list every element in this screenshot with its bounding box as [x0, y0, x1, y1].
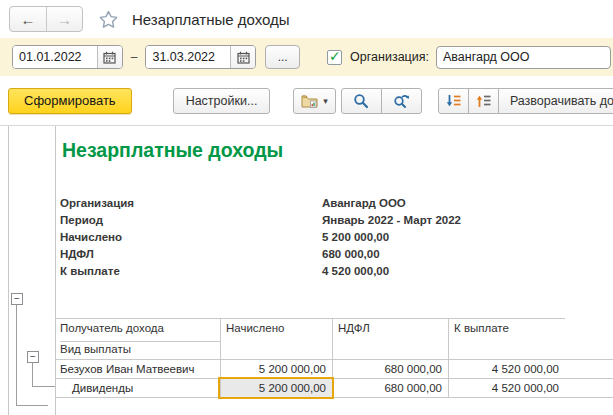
search-button-group — [341, 88, 422, 114]
forward-icon: → — [57, 11, 72, 28]
page-title: Незарплатные доходы — [132, 11, 290, 28]
cell-accrued[interactable]: 5 200 000,00 — [220, 360, 332, 378]
row-separator-extension — [565, 359, 613, 360]
tree-line — [32, 363, 33, 386]
date-to-calendar-button[interactable] — [230, 46, 255, 68]
search-next-icon — [393, 93, 410, 109]
header-cell-ndfl[interactable]: НДФЛ — [332, 319, 448, 359]
back-icon: ← — [21, 11, 36, 28]
date-from-group — [12, 45, 123, 69]
report-title: Незарплатные доходы — [62, 139, 283, 162]
period-more-button[interactable]: ... — [265, 45, 300, 69]
info-value: 680 000,00 — [322, 248, 380, 260]
info-label: Начислено — [60, 231, 322, 243]
back-button[interactable]: ← — [10, 7, 46, 31]
filter-panel: – ... ✓ Организация: — [0, 38, 613, 76]
settings-button[interactable]: Настройки... — [173, 88, 271, 114]
collapse-group-level2-icon[interactable]: − — [27, 351, 39, 363]
collapse-all-icon — [476, 94, 491, 108]
report-toolbar: Сформировать Настройки... ▾ — [0, 76, 613, 126]
star-icon — [98, 9, 119, 30]
chevron-down-icon: ▾ — [323, 96, 328, 106]
table-header-row: Получатель дохода Вид выплаты Начислено … — [55, 318, 565, 360]
info-value: Январь 2022 - Март 2022 — [322, 214, 461, 226]
calendar-icon — [237, 51, 250, 64]
header-cell-recipient[interactable]: Получатель дохода Вид выплаты — [55, 319, 220, 359]
tree-line — [16, 305, 17, 405]
expand-all-icon — [446, 94, 461, 108]
expand-to-dropdown[interactable]: Разворачивать до ▾ — [498, 88, 613, 114]
organization-input[interactable] — [436, 46, 611, 69]
cell-accrued-selected[interactable]: 5 200 000,00 — [220, 379, 332, 397]
organization-label: Организация: — [350, 50, 429, 64]
info-label: НДФЛ — [60, 248, 322, 260]
forward-button[interactable]: → — [46, 7, 82, 31]
row-separator-extension — [565, 397, 613, 398]
search-button[interactable] — [341, 88, 382, 114]
table-row-detail: Дивиденды 5 200 000,00 680 000,00 4 520 … — [55, 379, 565, 398]
tree-line — [16, 405, 48, 406]
search-next-button[interactable] — [381, 88, 422, 114]
date-from-input[interactable] — [13, 46, 97, 68]
folder-report-icon — [301, 94, 318, 108]
info-row: ОрганизацияАвангард ООО — [60, 194, 461, 211]
header-cell-payable[interactable]: К выплате — [448, 319, 565, 359]
cell-recipient[interactable]: Безухов Иван Матвеевич — [55, 360, 220, 378]
organization-checkbox[interactable]: ✓ — [327, 50, 342, 65]
minus-icon: − — [30, 352, 36, 362]
favorite-button[interactable] — [98, 9, 119, 30]
row-separator-extension — [565, 378, 613, 379]
collapse-group-level1-icon[interactable]: − — [11, 293, 23, 305]
info-row: Начислено5 200 000,00 — [60, 228, 461, 245]
search-icon — [353, 93, 369, 109]
info-label: Период — [60, 214, 322, 226]
cell-payment-type[interactable]: Дивиденды — [55, 379, 220, 397]
nav-history-group: ← → — [9, 6, 83, 32]
checkmark-icon: ✓ — [329, 48, 341, 64]
expand-button-group: Разворачивать до ▾ — [438, 88, 613, 114]
date-to-group — [145, 45, 256, 69]
report-variants-button[interactable]: ▾ — [293, 88, 336, 114]
info-row: НДФЛ680 000,00 — [60, 245, 461, 262]
cell-payable[interactable]: 4 520 000,00 — [448, 379, 565, 397]
minus-icon: − — [14, 294, 20, 304]
expand-all-button[interactable] — [438, 88, 469, 114]
organization-filter: ✓ Организация: — [327, 46, 611, 69]
calendar-icon — [103, 51, 116, 64]
collapse-all-button[interactable] — [468, 88, 499, 114]
cell-ndfl[interactable]: 680 000,00 — [332, 360, 448, 378]
date-to-input[interactable] — [146, 46, 230, 68]
report-table: Получатель дохода Вид выплаты Начислено … — [55, 318, 565, 398]
window-header: ← → Незарплатные доходы — [0, 0, 613, 38]
report-spreadsheet: − − Незарплатные доходы ОрганизацияАванг… — [0, 126, 613, 415]
report-info-block: ОрганизацияАвангард ООО ПериодЯнварь 202… — [60, 194, 461, 279]
generate-button[interactable]: Сформировать — [8, 88, 132, 114]
header-cell-accrued[interactable]: Начислено — [220, 319, 332, 359]
cell-ndfl[interactable]: 680 000,00 — [332, 379, 448, 397]
info-label: К выплате — [60, 265, 322, 277]
date-range-dash: – — [131, 50, 138, 64]
info-row: К выплате4 520 000,00 — [60, 262, 461, 279]
grouping-margin-line — [8, 126, 9, 415]
info-value: 5 200 000,00 — [322, 231, 389, 243]
table-row-group: Безухов Иван Матвеевич 5 200 000,00 680 … — [55, 360, 565, 379]
info-value: 4 520 000,00 — [322, 265, 389, 277]
expand-to-label: Разворачивать до — [510, 94, 613, 108]
cell-payable[interactable]: 4 520 000,00 — [448, 360, 565, 378]
date-from-calendar-button[interactable] — [97, 46, 122, 68]
info-row: ПериодЯнварь 2022 - Март 2022 — [60, 211, 461, 228]
info-value: Авангард ООО — [322, 197, 406, 209]
tree-line — [32, 386, 55, 387]
info-label: Организация — [60, 197, 322, 209]
